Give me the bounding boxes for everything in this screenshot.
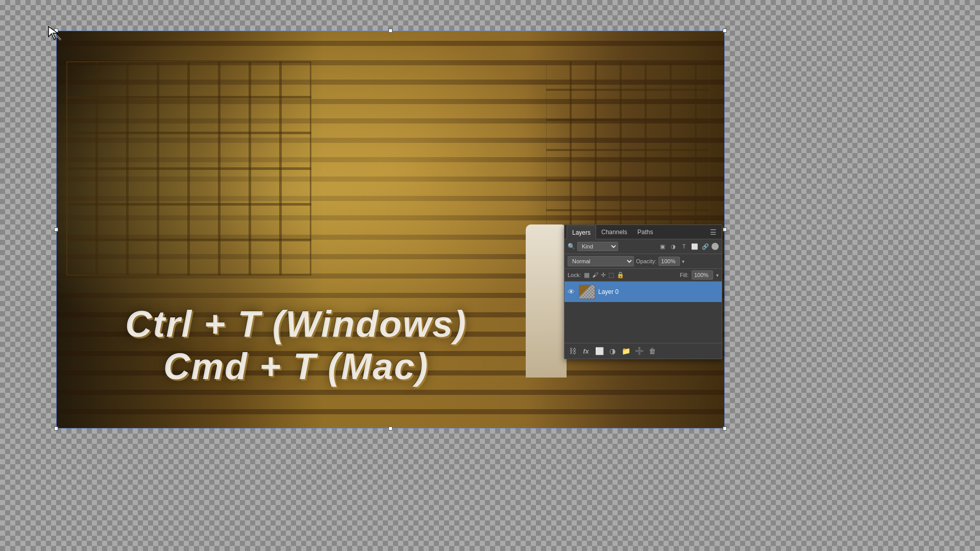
- tab-layers[interactable]: Layers: [567, 226, 596, 239]
- layer-name: Layer 0: [598, 288, 719, 295]
- lock-paint-icon[interactable]: 🖌: [592, 271, 598, 279]
- opacity-arrow-icon[interactable]: ▾: [682, 259, 684, 264]
- filter-shape-icon[interactable]: ⬜: [690, 242, 699, 251]
- blend-mode-row: Normal Opacity: 100% ▾: [565, 254, 722, 269]
- panel-bottom-toolbar: ⛓ fx ⬜ ◑ 📁 ➕ 🗑: [565, 343, 722, 359]
- layers-panel: Layers Channels Paths ☰ 🔍 Kind ▣ ◑ T ⬜ 🔗…: [564, 224, 722, 359]
- transform-handle-bottom-left[interactable]: [54, 427, 58, 431]
- filter-smart-icon[interactable]: 🔗: [701, 242, 710, 251]
- panel-menu-icon[interactable]: ☰: [707, 228, 720, 236]
- lock-icons-group: ▦ 🖌 ✛ ⬚ 🔒: [584, 271, 624, 279]
- layer-thumbnail: [579, 285, 595, 299]
- opacity-label: Opacity:: [636, 258, 656, 264]
- link-layers-icon[interactable]: ⛓: [568, 346, 578, 356]
- delete-layer-icon[interactable]: 🗑: [647, 346, 657, 356]
- lock-all-icon[interactable]: 🔒: [617, 271, 624, 279]
- overlay-line1: Ctrl + T (Windows): [122, 303, 470, 345]
- fill-value[interactable]: 100%: [692, 270, 713, 280]
- filter-pixel-icon[interactable]: ▣: [658, 242, 667, 251]
- lock-artboard-icon[interactable]: ⬚: [608, 271, 614, 279]
- layer-kind-select[interactable]: Kind: [577, 242, 618, 251]
- adjustment-layer-icon[interactable]: ◑: [607, 346, 618, 356]
- layer-filter-bar: 🔍 Kind ▣ ◑ T ⬜ 🔗: [565, 239, 722, 254]
- lock-checkerboard-icon[interactable]: ▦: [584, 271, 590, 279]
- filter-adjust-icon[interactable]: ◑: [669, 242, 678, 251]
- filter-type-icon[interactable]: T: [679, 242, 689, 251]
- fill-label: Fill:: [680, 272, 689, 278]
- layer-visibility-toggle[interactable]: 👁: [568, 288, 576, 296]
- layer-row-0[interactable]: 👁 Layer 0: [565, 282, 722, 302]
- overlay-line2: Cmd + T (Mac): [122, 345, 470, 388]
- opacity-value[interactable]: 100%: [658, 257, 680, 266]
- transform-handle-bottom-center[interactable]: [388, 427, 393, 431]
- transform-handle-bottom-right[interactable]: [723, 427, 727, 431]
- lock-label: Lock:: [568, 272, 581, 278]
- tab-channels[interactable]: Channels: [596, 225, 632, 239]
- overlay-text-block: Ctrl + T (Windows) Cmd + T (Mac): [122, 303, 470, 388]
- lock-move-icon[interactable]: ✛: [601, 271, 606, 279]
- transform-handle-top-left[interactable]: [54, 29, 58, 33]
- lock-row: Lock: ▦ 🖌 ✛ ⬚ 🔒 Fill: 100% ▾: [565, 269, 722, 282]
- panel-tabs-bar: Layers Channels Paths ☰: [565, 225, 722, 239]
- transform-handle-middle-left[interactable]: [54, 228, 58, 232]
- transform-handle-top-center[interactable]: [388, 29, 393, 33]
- transform-handle-middle-right[interactable]: [723, 228, 727, 232]
- search-icon: 🔍: [568, 243, 575, 250]
- layer-mask-icon[interactable]: ⬜: [594, 346, 604, 356]
- fx-icon[interactable]: fx: [581, 346, 591, 356]
- fill-arrow-icon[interactable]: ▾: [716, 272, 719, 278]
- tab-paths[interactable]: Paths: [632, 225, 658, 239]
- group-layers-icon[interactable]: 📁: [621, 346, 631, 356]
- transform-handle-top-right[interactable]: [723, 29, 727, 33]
- blend-mode-select[interactable]: Normal: [568, 256, 634, 266]
- layers-list: 👁 Layer 0: [565, 282, 722, 343]
- filter-toggle-switch[interactable]: [712, 243, 719, 250]
- new-layer-icon[interactable]: ➕: [634, 346, 644, 356]
- layer-filter-icons: ▣ ◑ T ⬜ 🔗: [658, 242, 719, 251]
